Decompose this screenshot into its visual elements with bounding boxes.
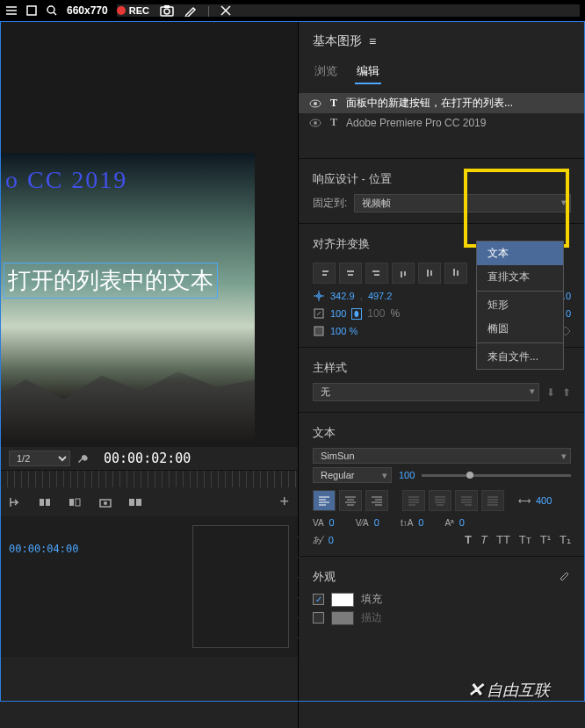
menu-icon[interactable] (5, 4, 18, 17)
camera-icon[interactable] (160, 4, 174, 17)
text-type-icon: T (330, 116, 337, 129)
overwrite-icon[interactable] (69, 497, 83, 508)
program-monitor: o CC 2019 打开的列表中的文本 1/2 00:00:02:00 + 00… (0, 21, 299, 728)
essential-graphics-panel: 基本图形 ≡ 浏览 编辑 T 面板中的新建按钮，在打开的列表... T Adob… (299, 21, 585, 728)
layer-list: T 面板中的新建按钮，在打开的列表... T Adobe Premiere Pr… (299, 93, 585, 132)
layer-label: Adobe Premiere Pro CC 2019 (346, 117, 486, 129)
align-top-icon[interactable] (392, 263, 415, 284)
opacity-icon[interactable] (313, 325, 325, 337)
menu-vertical-text[interactable]: 直排文本 (477, 265, 563, 289)
title-bar: 660x770 REC | (0, 0, 585, 21)
scale-w[interactable]: 100 (330, 308, 346, 319)
tab-edit[interactable]: 编辑 (355, 60, 381, 84)
allcaps-icon[interactable]: TT (496, 533, 510, 546)
visibility-icon[interactable] (309, 117, 321, 129)
smallcaps-icon[interactable]: Tт (519, 533, 531, 546)
svg-rect-12 (136, 499, 141, 506)
svg-rect-7 (69, 499, 74, 506)
preview-canvas[interactable]: o CC 2019 打开的列表中的文本 (0, 21, 298, 447)
text-align-center-icon[interactable] (339, 490, 362, 511)
align-vcenter-icon[interactable] (418, 263, 441, 284)
subscript-icon[interactable]: T₁ (560, 533, 571, 546)
link-icon[interactable]: ⬮ (351, 308, 362, 320)
superscript-icon[interactable]: T¹ (540, 533, 551, 546)
rotation-value[interactable]: 0 (566, 308, 571, 319)
time-ruler[interactable] (0, 470, 298, 487)
insert-icon[interactable] (39, 497, 53, 508)
align-bottom-icon[interactable] (444, 263, 467, 284)
opacity-value[interactable]: 100 % (330, 326, 358, 336)
position-icon[interactable] (313, 290, 325, 302)
menu-text[interactable]: 文本 (477, 241, 563, 265)
svg-point-16 (314, 121, 317, 125)
fill-checkbox[interactable] (313, 594, 324, 605)
justify-all-icon[interactable] (481, 490, 504, 511)
audio-meter: ---6-12-18-24-- (192, 525, 289, 648)
panel-menu-icon[interactable]: ≡ (369, 34, 376, 48)
timeline-timecode[interactable]: 00:00:04:00 (9, 543, 184, 555)
close-icon[interactable] (220, 5, 231, 16)
appearance-section: 外观 填充 描边 (299, 556, 585, 636)
pos-x[interactable]: 342.9 (330, 291, 355, 301)
font-select[interactable]: SimSun (313, 448, 571, 464)
align-left-icon[interactable] (313, 263, 336, 284)
visibility-icon[interactable] (309, 97, 321, 110)
transport-bar: + (0, 487, 298, 516)
timecode-display[interactable]: 00:00:02:00 (104, 450, 191, 466)
svg-point-1 (47, 6, 54, 13)
push-down-icon[interactable]: ⬇ (546, 386, 555, 399)
svg-point-3 (164, 9, 170, 14)
text-layer-selected[interactable]: 打开的列表中的文本 (4, 263, 218, 299)
justify-center-icon[interactable] (429, 490, 451, 511)
highlight-annotation (464, 169, 569, 248)
svg-rect-4 (164, 5, 170, 8)
layer-item[interactable]: T 面板中的新建按钮，在打开的列表... (299, 93, 585, 113)
faux-bold-icon[interactable]: T (465, 533, 472, 546)
search-icon[interactable] (46, 4, 58, 17)
wrench-icon[interactable] (77, 452, 90, 465)
weight-select[interactable]: Regular (313, 467, 392, 483)
fill-swatch[interactable] (331, 593, 354, 607)
stroke-swatch[interactable] (331, 611, 354, 625)
svg-rect-11 (129, 499, 134, 506)
menu-rectangle[interactable]: 矩形 (477, 293, 563, 317)
align-right-icon[interactable] (365, 263, 388, 284)
export-frame-icon[interactable] (98, 496, 112, 508)
compare-icon[interactable] (128, 497, 144, 508)
zoom-select[interactable]: 1/2 (9, 450, 70, 466)
justify-right-icon[interactable] (455, 490, 478, 511)
scale-icon[interactable] (313, 307, 325, 320)
text-align-left-icon[interactable] (313, 490, 336, 511)
faux-italic-icon[interactable]: T (480, 533, 488, 546)
layer-label: 面板中的新建按钮，在打开的列表... (346, 96, 513, 111)
svg-rect-6 (46, 499, 50, 506)
stroke-checkbox[interactable] (313, 612, 324, 623)
va-icon: VA (313, 518, 324, 528)
mark-in-icon[interactable] (9, 496, 23, 508)
push-up-icon[interactable]: ⬆ (562, 386, 571, 399)
menu-ellipse[interactable]: 椭圆 (477, 317, 563, 341)
align-hcenter-icon[interactable] (339, 263, 362, 284)
tracking-icon: ⟷ (518, 496, 531, 506)
audio-timeline: 00:00:04:00 ---6-12-18-24-- (0, 516, 298, 657)
svg-rect-19 (314, 327, 323, 335)
font-size[interactable]: 100 (399, 470, 415, 480)
va2-icon: V⁄A (356, 518, 369, 528)
settings-icon[interactable] (559, 571, 571, 583)
text-title: 文本 (313, 425, 571, 441)
record-button[interactable]: REC (117, 5, 149, 16)
add-button[interactable]: + (279, 493, 289, 511)
tracking-value[interactable]: 400 (536, 495, 552, 506)
justify-left-icon[interactable] (402, 490, 425, 511)
tab-browse[interactable]: 浏览 (313, 60, 339, 84)
window-icon[interactable] (26, 5, 37, 16)
menu-from-file[interactable]: 来自文件... (477, 345, 563, 369)
master-style-select[interactable]: 无 (313, 383, 539, 401)
pos-y[interactable]: 497.2 (368, 291, 393, 301)
panel-title: 基本图形 ≡ (299, 21, 585, 56)
text-align-right-icon[interactable] (365, 490, 388, 511)
dimensions-text: 660x770 (67, 4, 108, 17)
stroke-label: 描边 (361, 610, 382, 625)
edit-icon[interactable] (184, 4, 197, 17)
layer-item[interactable]: T Adobe Premiere Pro CC 2019 (299, 113, 585, 132)
